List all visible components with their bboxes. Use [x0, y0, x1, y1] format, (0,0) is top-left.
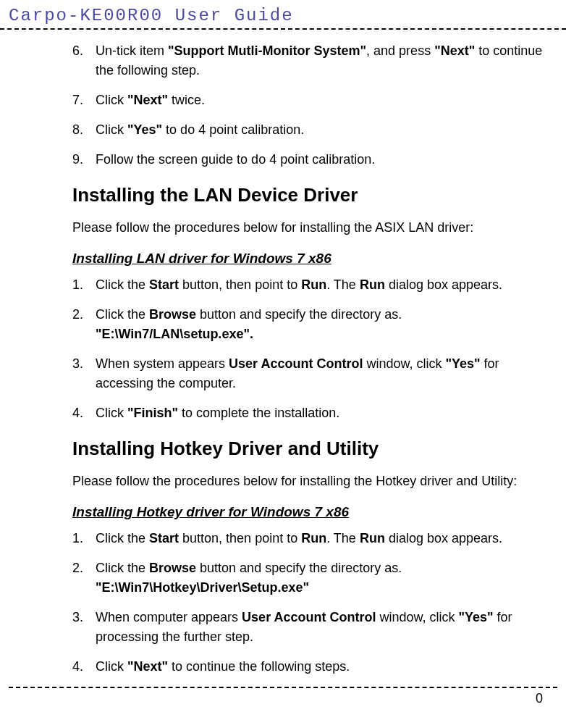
document-title: Carpo-KE00R00 User Guide	[9, 6, 294, 25]
page-number: 0	[536, 691, 543, 706]
list-item-text: Click "Next" twice.	[96, 91, 552, 110]
list-item: 9.Follow the screen guide to do 4 point …	[72, 150, 552, 170]
section-hotkey-subtitle: Installing Hotkey driver for Windows 7 x…	[72, 504, 552, 520]
list-item: 6.Un-tick item "Support Mutli-Monitor Sy…	[72, 41, 552, 80]
list-item: 7.Click "Next" twice.	[72, 91, 552, 110]
list-item: 1.Click the Start button, then point to …	[72, 529, 552, 548]
list-item-number: 3.	[72, 354, 96, 393]
document-header: Carpo-KE00R00 User Guide	[0, 0, 566, 30]
list-item-number: 1.	[72, 529, 96, 548]
list-item: 3.When system appears User Account Contr…	[72, 354, 552, 393]
list-item: 8.Click "Yes" to do 4 point calibration.	[72, 120, 552, 140]
list-item-text: Click the Start button, then point to Ru…	[96, 275, 552, 295]
lan-step-list: 1.Click the Start button, then point to …	[72, 275, 552, 423]
list-item-text: Click "Next" to continue the following s…	[96, 657, 552, 677]
list-item: 2.Click the Browse button and specify th…	[72, 558, 552, 598]
list-item-text: Click "Yes" to do 4 point calibration.	[96, 120, 552, 140]
list-item-number: 7.	[72, 91, 96, 110]
list-item-number: 6.	[72, 41, 96, 80]
list-item-text: Click the Browse button and specify the …	[96, 558, 552, 598]
hotkey-step-list: 1.Click the Start button, then point to …	[72, 529, 552, 677]
document-body: 6.Un-tick item "Support Mutli-Monitor Sy…	[0, 30, 566, 677]
list-item-number: 2.	[72, 558, 96, 598]
list-item-number: 9.	[72, 150, 96, 170]
list-item: 3.When computer appears User Account Con…	[72, 608, 552, 647]
list-item-number: 3.	[72, 608, 96, 647]
top-step-list: 6.Un-tick item "Support Mutli-Monitor Sy…	[72, 41, 552, 170]
list-item-text: Click the Browse button and specify the …	[96, 305, 552, 344]
section-lan-title: Installing the LAN Device Driver	[72, 184, 552, 206]
list-item-number: 2.	[72, 305, 96, 344]
list-item-text: Un-tick item "Support Mutli-Monitor Syst…	[96, 41, 552, 80]
list-item-text: When system appears User Account Control…	[96, 354, 552, 393]
list-item-text: Click "Finish" to complete the installat…	[96, 403, 552, 423]
list-item-number: 4.	[72, 657, 96, 677]
list-item: 2.Click the Browse button and specify th…	[72, 305, 552, 344]
section-lan-intro: Please follow the procedures below for i…	[72, 218, 552, 238]
section-lan-subtitle: Installing LAN driver for Windows 7 x86	[72, 251, 552, 267]
section-hotkey-title: Installing Hotkey Driver and Utility	[72, 438, 552, 460]
document-footer: 0	[9, 687, 557, 706]
list-item-text: Follow the screen guide to do 4 point ca…	[96, 150, 552, 170]
list-item: 4.Click "Next" to continue the following…	[72, 657, 552, 677]
list-item-number: 4.	[72, 403, 96, 423]
list-item: 4.Click "Finish" to complete the install…	[72, 403, 552, 423]
list-item-number: 8.	[72, 120, 96, 140]
list-item-number: 1.	[72, 275, 96, 295]
section-hotkey-intro: Please follow the procedures below for i…	[72, 472, 552, 491]
list-item: 1.Click the Start button, then point to …	[72, 275, 552, 295]
list-item-text: When computer appears User Account Contr…	[96, 608, 552, 647]
list-item-text: Click the Start button, then point to Ru…	[96, 529, 552, 548]
